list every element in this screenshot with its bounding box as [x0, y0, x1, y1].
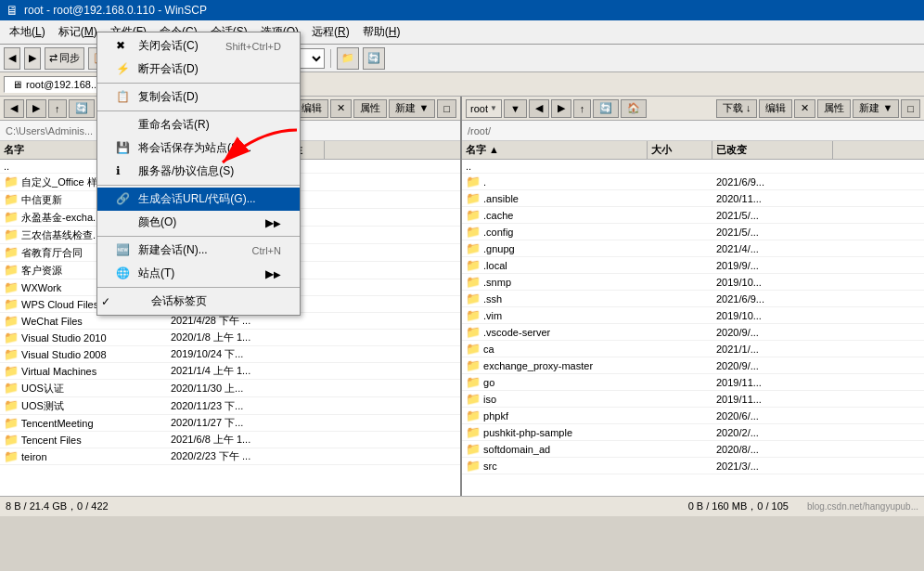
right-forward-btn[interactable]: ▶	[551, 99, 571, 118]
context-menu: ✖ 关闭会话(C) Shift+Ctrl+D ⚡ 断开会话(D) 📋 复制会话(…	[96, 32, 301, 316]
right-up-btn[interactable]: ↑	[573, 99, 592, 118]
ctx-new-session[interactable]: 🆕 新建会话(N)... Ctrl+N	[97, 239, 300, 262]
ctx-close-session[interactable]: ✖ 关闭会话(C) Shift+Ctrl+D	[97, 34, 300, 58]
right-file-row-exchange[interactable]: 📁 exchange_proxy-master 2020/9/...	[462, 357, 924, 374]
left-file-row-vs2008[interactable]: 📁 Visual Studio 2008 2019/10/24 下...	[0, 346, 460, 363]
toolbar-refresh[interactable]: 🔄	[363, 47, 385, 70]
ctx-disconnect[interactable]: ⚡ 断开会话(D)	[97, 58, 300, 81]
left-file-row-tencentfiles[interactable]: 📁 Tencent Files 2021/6/8 上午 1...	[0, 432, 460, 448]
ctx-save-site[interactable]: 💾 将会话保存为站点(S)...	[97, 136, 300, 160]
generate-url-icon: 🔗	[116, 192, 131, 207]
right-back-btn[interactable]: ◀	[529, 99, 549, 118]
right-file-row-vim[interactable]: 📁 .vim 2019/10...	[462, 307, 924, 324]
ctx-generate-url[interactable]: 🔗 生成会话URL/代码(G)...	[97, 188, 300, 211]
right-file-row-phpkf[interactable]: 📁 phpkf 2020/6/...	[462, 408, 924, 424]
right-properties-btn[interactable]: 属性	[817, 99, 851, 118]
right-col-name: 名字 ▲	[462, 141, 648, 159]
right-file-row-iso[interactable]: 📁 iso 2019/11...	[462, 391, 924, 408]
session-tab[interactable]: 🖥 root@192.168...	[4, 76, 108, 93]
session-tabs-icon	[129, 294, 144, 309]
save-site-icon: 💾	[116, 141, 131, 156]
left-file-row-vm[interactable]: 📁 Virtual Machines 2021/1/4 上午 1...	[0, 363, 460, 380]
right-file-row-parent[interactable]: ..	[462, 160, 924, 174]
right-path-dropdown[interactable]: root ▼	[466, 99, 502, 118]
right-filter-btn[interactable]: ▼	[504, 99, 527, 118]
ctx-sep-2	[97, 110, 300, 111]
menu-help[interactable]: 帮助(H)	[357, 22, 406, 42]
right-file-list[interactable]: 名字 ▲ 大小 已改变 .. 📁 . 2021/6/9... 📁 .ansibl…	[462, 141, 924, 496]
right-panel: root ▼ ▼ ◀ ▶ ↑ 🔄 🏠 下载 ↓ 编辑 ✕ 属性 新建 ▼ □ /…	[462, 97, 924, 496]
menu-remote[interactable]: 远程(R)	[306, 22, 355, 42]
right-status: 0 B / 160 MB，0 / 105	[688, 500, 789, 513]
right-col-size: 大小	[648, 141, 712, 159]
rename-icon	[116, 118, 131, 133]
right-download-btn[interactable]: 下载 ↓	[716, 99, 758, 118]
checkmark-icon: ✓	[101, 295, 110, 308]
right-file-row-go[interactable]: 📁 go 2019/11...	[462, 374, 924, 391]
sync-icon: ⇄	[49, 52, 58, 64]
menu-local[interactable]: 本地(L)	[4, 22, 51, 42]
sites-icon: 🌐	[116, 266, 131, 281]
right-file-row-src[interactable]: 📁 src 2021/3/...	[462, 458, 924, 474]
close-session-icon: ✖	[116, 39, 131, 54]
disconnect-icon: ⚡	[116, 62, 131, 77]
left-file-row-teiron[interactable]: 📁 teiron 2020/2/23 下午 ...	[0, 448, 460, 465]
watermark-text: blog.csdn.net/hangyupub...	[807, 501, 918, 512]
left-file-row-uos-cert[interactable]: 📁 UOS认证 2020/11/30 上...	[0, 380, 460, 397]
right-panel-toolbar: root ▼ ▼ ◀ ▶ ↑ 🔄 🏠 下载 ↓ 编辑 ✕ 属性 新建 ▼ □	[462, 97, 924, 121]
right-new-btn[interactable]: 新建 ▼	[853, 99, 899, 118]
right-file-row-ssh[interactable]: 📁 .ssh 2021/6/9...	[462, 291, 924, 307]
right-file-row-ansible[interactable]: 📁 .ansible 2020/11...	[462, 190, 924, 207]
ctx-sep-3	[97, 185, 300, 186]
right-extra-btn[interactable]: □	[901, 99, 920, 118]
right-col-modified: 已改变	[712, 141, 833, 159]
left-extra-btn[interactable]: □	[437, 99, 456, 118]
toolbar-folder[interactable]: 📁	[337, 47, 359, 70]
status-bar: 8 B / 21.4 GB，0 / 422 0 B / 160 MB，0 / 1…	[0, 496, 924, 516]
ctx-sep-1	[97, 83, 300, 84]
left-file-row-tencentmeeting[interactable]: 📁 TencentMeeting 2020/11/27 下...	[0, 415, 460, 432]
new-session-icon: 🆕	[116, 243, 131, 258]
toolbar-sync[interactable]: ⇄ 同步	[45, 47, 84, 70]
left-new-btn[interactable]: 新建 ▼	[389, 99, 435, 118]
ctx-sep-4	[97, 236, 300, 237]
menu-mark[interactable]: 标记(M)	[53, 22, 103, 42]
right-home-btn[interactable]: 🏠	[621, 99, 647, 118]
ctx-server-info[interactable]: ℹ 服务器/协议信息(S)	[97, 160, 300, 183]
right-file-row-local[interactable]: 📁 .local 2019/9/...	[462, 257, 924, 274]
right-edit-btn[interactable]: 编辑	[759, 99, 792, 118]
right-file-row-dot[interactable]: 📁 . 2021/6/9...	[462, 174, 924, 190]
ctx-rename[interactable]: 重命名会话(R)	[97, 113, 300, 136]
server-info-icon: ℹ	[116, 164, 131, 179]
right-file-row-softdomain[interactable]: 📁 softdomain_ad 2020/8/...	[462, 441, 924, 458]
left-refresh-btn[interactable]: 🔄	[69, 99, 95, 118]
ctx-session-tabs[interactable]: ✓ 会话标签页	[97, 290, 300, 313]
left-up-btn[interactable]: ↑	[48, 99, 67, 118]
left-properties-btn[interactable]: 属性	[353, 99, 387, 118]
left-back-btn[interactable]: ◀	[4, 99, 24, 118]
ctx-copy-session[interactable]: 📋 复制会话(D)	[97, 85, 300, 109]
left-file-row-uos-test[interactable]: 📁 UOS测试 2020/11/23 下...	[0, 397, 460, 415]
color-submenu-arrow: ▶	[265, 216, 281, 229]
color-icon	[116, 215, 131, 230]
left-forward-btn[interactable]: ▶	[26, 99, 46, 118]
toolbar-sep-2	[330, 49, 331, 68]
sites-submenu-arrow: ▶	[265, 267, 281, 280]
right-file-row-pushkit[interactable]: 📁 pushkit-php-sample 2020/2/...	[462, 424, 924, 441]
right-file-row-vscode[interactable]: 📁 .vscode-server 2020/9/...	[462, 324, 924, 341]
right-refresh-btn[interactable]: 🔄	[593, 99, 619, 118]
right-delete-btn[interactable]: ✕	[794, 99, 815, 118]
app-icon: 🖥	[6, 3, 19, 18]
right-file-row-ca[interactable]: 📁 ca 2021/1/...	[462, 341, 924, 357]
right-file-row-cache[interactable]: 📁 .cache 2021/5/...	[462, 207, 924, 224]
toolbar-local-back[interactable]: ◀	[4, 47, 20, 70]
right-file-row-gnupg[interactable]: 📁 .gnupg 2021/4/...	[462, 240, 924, 257]
left-file-row-vs2010[interactable]: 📁 Visual Studio 2010 2020/1/8 上午 1...	[0, 330, 460, 346]
right-file-row-config[interactable]: 📁 .config 2021/5/...	[462, 224, 924, 240]
left-delete-btn[interactable]: ✕	[330, 99, 352, 118]
ctx-color[interactable]: 颜色(O) ▶	[97, 211, 300, 234]
ctx-sites[interactable]: 🌐 站点(T) ▶	[97, 262, 300, 285]
right-file-row-snmp[interactable]: 📁 .snmp 2019/10...	[462, 274, 924, 291]
copy-session-icon: 📋	[116, 90, 131, 105]
toolbar-local-forward[interactable]: ▶	[24, 47, 41, 70]
